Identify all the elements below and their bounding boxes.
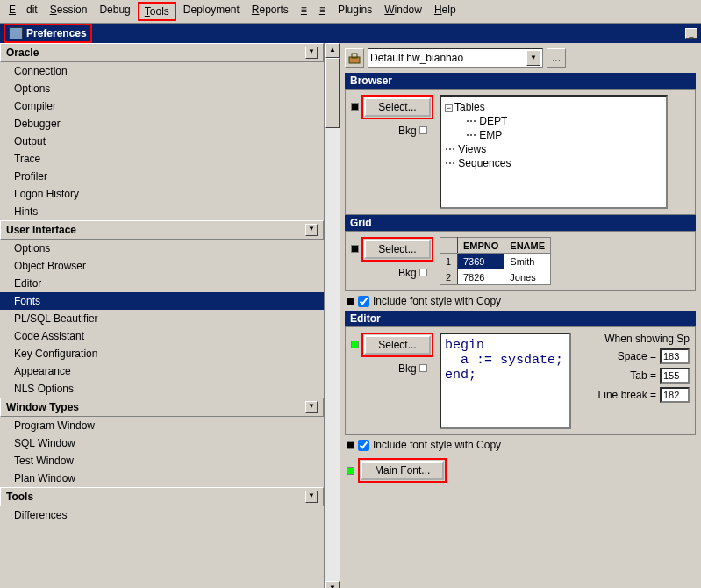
chevron-down-icon[interactable]: ▼ (305, 224, 318, 236)
category-header[interactable]: Oracle▼ (0, 43, 324, 62)
category-item[interactable]: Trace (0, 150, 324, 168)
category-item[interactable]: Options (0, 80, 324, 97)
category-item[interactable]: Differences (0, 506, 324, 524)
category-item[interactable]: Debugger (0, 115, 324, 133)
scroll-down-icon[interactable]: ▼ (325, 581, 340, 588)
preset-icon-button[interactable] (345, 48, 364, 68)
grid-select-button[interactable]: Select... (364, 240, 430, 259)
window-tab-bar: Preferences _ (0, 24, 701, 43)
grid-chk-swatch (347, 298, 354, 305)
category-item[interactable]: Program Window (0, 417, 324, 434)
editor-bkg-label: Bkg (398, 362, 417, 375)
editor-bkg-swatch[interactable] (419, 364, 427, 372)
browser-select-button[interactable]: Select... (364, 97, 430, 117)
minimize-button[interactable]: _ (685, 28, 697, 39)
grid-bkg-label: Bkg (398, 267, 417, 279)
category-item[interactable]: PL/SQL Beautifier (0, 310, 324, 327)
category-item[interactable]: Output (0, 133, 324, 150)
category-header[interactable]: User Interface▼ (0, 220, 324, 240)
category-item[interactable]: Test Window (0, 452, 324, 470)
mainfont-swatch (347, 467, 354, 475)
preset-combo-value: Default hw_bianhao (370, 52, 463, 64)
category-item[interactable]: Code Assistant (0, 327, 324, 345)
category-item[interactable]: NLS Options (0, 380, 324, 398)
category-item[interactable]: Profiler (0, 168, 324, 185)
menu-reports[interactable]: Reports (247, 2, 294, 21)
editor-sample-code: begin a := sysdate; end; (440, 333, 571, 429)
editor-chk-swatch (347, 441, 354, 449)
category-item[interactable]: Fonts (0, 292, 324, 310)
main-font-button[interactable]: Main Font... (361, 461, 444, 480)
category-item[interactable]: Plan Window (0, 470, 324, 487)
category-header[interactable]: Window Types▼ (0, 398, 324, 417)
menu-session[interactable]: Session (45, 2, 93, 21)
menu-deployment[interactable]: Deployment (178, 2, 245, 21)
category-item[interactable]: Editor (0, 275, 324, 292)
category-item[interactable]: Options (0, 240, 324, 257)
space-input[interactable] (660, 348, 690, 364)
menu-documents[interactable]: ≡ (314, 2, 331, 21)
left-scrollbar[interactable]: ▲ ▼ (325, 43, 340, 588)
menubar: Edit Session Debug Tools Deployment Repo… (0, 0, 701, 24)
browser-bkg-label: Bkg (398, 125, 417, 137)
editor-fg-swatch[interactable] (351, 341, 359, 348)
grid-include-checkbox[interactable] (358, 296, 369, 307)
menu-debug[interactable]: Debug (94, 2, 135, 21)
scroll-thumb[interactable] (325, 58, 340, 128)
menu-edit[interactable]: Edit (4, 2, 43, 21)
menu-plugins[interactable]: Plugins (333, 2, 377, 21)
editor-include-label: Include font style with Copy (373, 439, 501, 451)
chevron-down-icon[interactable]: ▼ (305, 491, 318, 503)
editor-showing-label: When showing Sp (598, 333, 690, 345)
table-row: 27826Jones (440, 269, 551, 285)
category-item[interactable]: Compiler (0, 97, 324, 115)
menu-window[interactable]: Window (379, 2, 427, 21)
chevron-down-icon[interactable]: ▼ (526, 50, 540, 66)
category-item[interactable]: Appearance (0, 362, 324, 380)
grid-fg-swatch[interactable] (351, 245, 359, 253)
sample-grid: EMPNOENAME 17369Smith 27826Jones (440, 237, 551, 285)
editor-include-checkbox[interactable] (358, 440, 369, 451)
preset-combo[interactable]: Default hw_bianhao ▼ (368, 48, 543, 68)
preferences-icon (9, 27, 23, 39)
tree-collapse-icon[interactable]: − (445, 104, 453, 112)
category-item[interactable]: SQL Window (0, 434, 324, 452)
category-item[interactable]: Hints (0, 203, 324, 220)
category-item[interactable]: Key Configuration (0, 345, 324, 362)
scroll-track[interactable] (325, 128, 340, 581)
preset-more-button[interactable]: ... (547, 48, 566, 68)
linebreak-input[interactable] (660, 387, 690, 403)
table-row: 17369Smith (440, 254, 551, 269)
category-item[interactable]: Logon History (0, 185, 324, 203)
menu-tools[interactable]: Tools (138, 2, 176, 21)
category-tree: Oracle▼ConnectionOptionsCompilerDebugger… (0, 43, 325, 588)
browser-fg-swatch[interactable] (351, 103, 359, 111)
grid-bkg-swatch[interactable] (419, 269, 427, 276)
category-item[interactable]: Connection (0, 62, 324, 80)
menu-macro[interactable]: ≡ (296, 2, 312, 21)
browser-tree[interactable]: −Tables ⋯ DEPT ⋯ EMP ⋯ Views ⋯ Sequences (440, 95, 668, 209)
preferences-tab-label: Preferences (26, 27, 87, 39)
menu-help[interactable]: Help (429, 2, 461, 21)
grid-include-label: Include font style with Copy (373, 295, 501, 307)
category-header[interactable]: Tools▼ (0, 487, 324, 506)
preferences-tab[interactable]: Preferences (4, 24, 92, 43)
scroll-up-icon[interactable]: ▲ (325, 43, 340, 58)
chevron-down-icon[interactable]: ▼ (305, 47, 318, 59)
tab-input[interactable] (660, 368, 690, 384)
editor-select-button[interactable]: Select... (364, 335, 430, 355)
preset-icon (348, 52, 361, 64)
chevron-down-icon[interactable]: ▼ (305, 401, 318, 413)
category-item[interactable]: Object Browser (0, 257, 324, 275)
editor-header: Editor (345, 311, 696, 326)
browser-header: Browser (345, 73, 696, 89)
browser-bkg-swatch[interactable] (419, 126, 427, 134)
grid-header: Grid (345, 215, 696, 231)
